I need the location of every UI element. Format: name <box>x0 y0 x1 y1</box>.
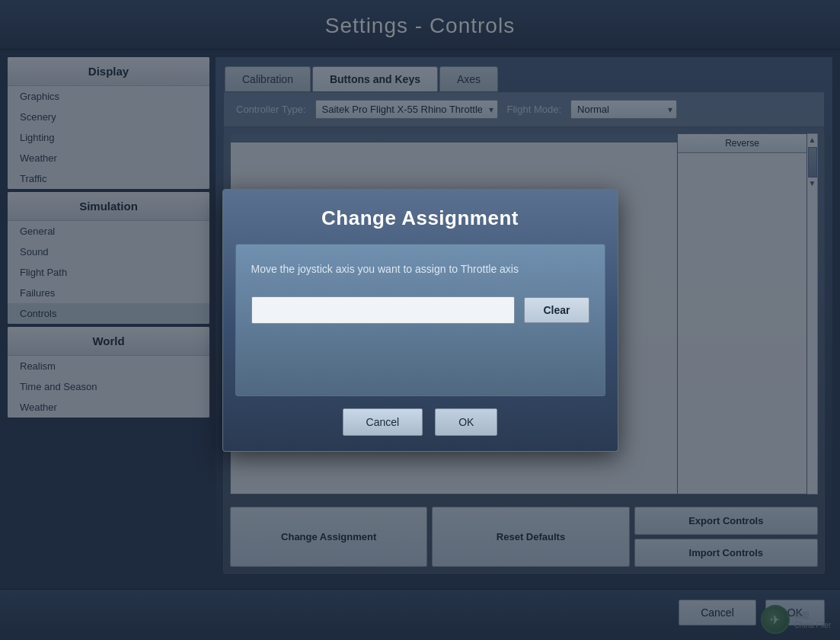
modal-dialog: Change Assignment Move the joystick axis… <box>222 189 618 452</box>
modal-clear-button[interactable]: Clear <box>524 297 589 323</box>
modal-instruction: Move the joystick axis you want to assig… <box>251 263 589 275</box>
modal-ok-button[interactable]: OK <box>435 408 497 436</box>
modal-cancel-button[interactable]: Cancel <box>343 408 423 436</box>
modal-overlay[interactable]: Change Assignment Move the joystick axis… <box>0 0 840 640</box>
modal-body: Move the joystick axis you want to assig… <box>235 244 605 396</box>
modal-title: Change Assignment <box>223 190 618 244</box>
modal-footer: Cancel OK <box>223 408 618 451</box>
modal-input-box[interactable] <box>251 296 516 324</box>
modal-input-row: Clear <box>251 296 589 324</box>
